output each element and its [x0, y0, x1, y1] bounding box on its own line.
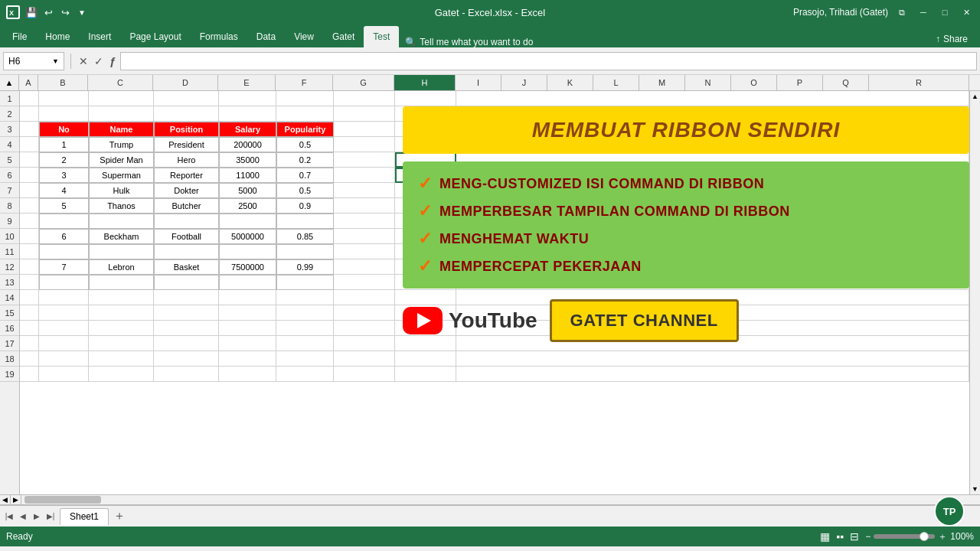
cell-a9[interactable]	[20, 214, 39, 229]
cell-d11[interactable]	[154, 244, 219, 259]
tab-page-layout[interactable]: Page Layout	[120, 26, 190, 47]
cell-c9[interactable]	[89, 214, 154, 229]
col-header-c[interactable]: C	[88, 75, 153, 90]
col-header-r[interactable]: R	[869, 75, 969, 90]
cell-c12[interactable]: Lebron	[89, 259, 154, 275]
sheet-tab-sheet1[interactable]: Sheet1	[60, 508, 109, 525]
cell-f1[interactable]	[276, 91, 334, 106]
cell-rest-2[interactable]	[456, 106, 969, 122]
user-avatar[interactable]: TP	[934, 496, 965, 527]
cell-f6[interactable]: 0.7	[276, 168, 334, 183]
cell-d7[interactable]: Dokter	[154, 183, 219, 198]
col-header-j[interactable]: J	[501, 75, 547, 90]
cell-h9[interactable]	[395, 214, 456, 229]
row-header-9[interactable]: 9	[0, 214, 19, 229]
close-icon[interactable]: ✕	[959, 5, 974, 20]
horizontal-scrollbar[interactable]: ◀ ▶	[0, 494, 980, 505]
col-header-l[interactable]: L	[593, 75, 639, 90]
cell-a13[interactable]	[20, 275, 39, 290]
col-header-o[interactable]: O	[731, 75, 777, 90]
col-header-b[interactable]: B	[38, 75, 88, 90]
cell-e13[interactable]	[219, 275, 276, 290]
cell-c5[interactable]: Spider Man	[89, 152, 154, 168]
cell-g2[interactable]	[334, 106, 395, 122]
cell-rest-9[interactable]	[456, 214, 969, 229]
row-header-12[interactable]: 12	[0, 259, 19, 275]
cell-b8[interactable]: 5	[39, 198, 89, 214]
cell-a12[interactable]	[20, 259, 39, 275]
cell-g10[interactable]	[334, 229, 395, 244]
row-header-14[interactable]: 14	[0, 290, 19, 305]
name-box[interactable]: H6 ▼	[3, 52, 64, 70]
cell-a1[interactable]	[20, 91, 39, 106]
select-all-cell[interactable]: ▲	[0, 75, 19, 90]
cell-rest-3[interactable]	[456, 122, 969, 137]
cell-h3[interactable]	[395, 122, 456, 137]
cell-d12[interactable]: Basket	[154, 259, 219, 275]
undo-qa-icon[interactable]: ↩	[41, 5, 55, 19]
row-header-18[interactable]: 18	[0, 351, 19, 367]
cell-b12[interactable]: 7	[39, 259, 89, 275]
cell-e6[interactable]: 11000	[219, 168, 276, 183]
col-header-d[interactable]: D	[153, 75, 218, 90]
page-layout-icon[interactable]: ▪▪	[836, 530, 844, 543]
cell-e5[interactable]: 35000	[219, 152, 276, 168]
row-header-1[interactable]: 1	[0, 91, 19, 106]
row-header-2[interactable]: 2	[0, 106, 19, 122]
cell-f4[interactable]: 0.5	[276, 137, 334, 152]
tab-test[interactable]: Test	[364, 26, 399, 47]
cell-c11[interactable]	[89, 244, 154, 259]
formula-input[interactable]	[120, 52, 977, 70]
minimize-icon[interactable]: ─	[916, 5, 931, 20]
row-header-10[interactable]: 10	[0, 229, 19, 244]
cell-b13[interactable]	[39, 275, 89, 290]
col-header-a[interactable]: A	[19, 75, 38, 90]
row-header-7[interactable]: 7	[0, 183, 19, 198]
cell-a10[interactable]	[20, 229, 39, 244]
cell-c3-header[interactable]: Name	[89, 122, 154, 137]
cell-rest-6[interactable]	[456, 168, 969, 183]
col-header-e[interactable]: E	[218, 75, 276, 90]
cell-h10[interactable]	[395, 229, 456, 244]
cell-b6[interactable]: 3	[39, 168, 89, 183]
cell-e11[interactable]	[219, 244, 276, 259]
cell-h6[interactable]	[395, 168, 456, 183]
row-header-5[interactable]: 5	[0, 152, 19, 168]
cell-g4[interactable]	[334, 137, 395, 152]
row-header-15[interactable]: 15	[0, 305, 19, 321]
cell-d10[interactable]: Football	[154, 229, 219, 244]
cell-f2[interactable]	[276, 106, 334, 122]
cell-a8[interactable]	[20, 198, 39, 214]
tab-file[interactable]: File	[3, 26, 36, 47]
tab-gatet[interactable]: Gatet	[323, 26, 364, 47]
cell-g8[interactable]	[334, 198, 395, 214]
cell-rest-13[interactable]	[456, 275, 969, 290]
share-button[interactable]: ↑ Share	[926, 31, 977, 47]
sheet-prev-btn[interactable]: ◀	[17, 510, 29, 523]
zoom-slider[interactable]	[874, 534, 935, 539]
row-header-11[interactable]: 11	[0, 244, 19, 259]
cell-rest-4[interactable]	[456, 137, 969, 152]
cell-e3-header[interactable]: Salary	[219, 122, 276, 137]
cell-b2[interactable]	[39, 106, 89, 122]
cell-b10[interactable]: 6	[39, 229, 89, 244]
cell-d3-header[interactable]: Position	[154, 122, 219, 137]
zoom-control[interactable]: − ＋ 100%	[865, 530, 974, 543]
sheet-next-btn[interactable]: ▶	[31, 510, 43, 523]
col-header-f[interactable]: F	[276, 75, 333, 90]
ribbon-search[interactable]: 🔍 Tell me what you want to do	[405, 37, 533, 47]
cell-g6[interactable]	[334, 168, 395, 183]
row-header-13[interactable]: 13	[0, 275, 19, 290]
cell-f3-header[interactable]: Popularity	[276, 122, 334, 137]
cell-h8[interactable]	[395, 198, 456, 214]
cell-d13[interactable]	[154, 275, 219, 290]
scroll-right-btn2[interactable]: ▶	[11, 494, 21, 505]
cell-f11[interactable]	[276, 244, 334, 259]
cell-h13[interactable]	[395, 275, 456, 290]
cell-h12[interactable]	[395, 259, 456, 275]
cell-h2[interactable]	[395, 106, 456, 122]
maximize-icon[interactable]: □	[937, 5, 952, 20]
cell-c6[interactable]: Superman	[89, 168, 154, 183]
confirm-formula-icon[interactable]: ✓	[93, 55, 105, 67]
cancel-formula-icon[interactable]: ✕	[77, 55, 90, 67]
